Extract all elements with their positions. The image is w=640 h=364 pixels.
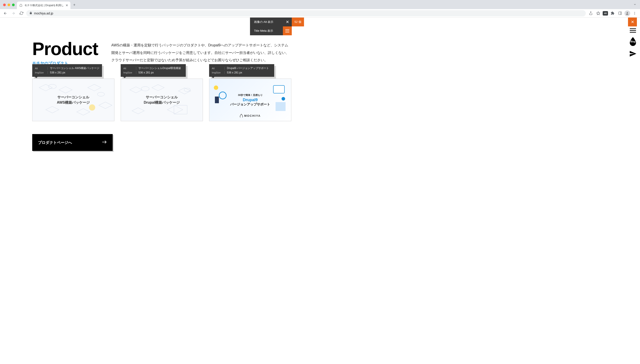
forward-button[interactable] [10, 10, 17, 16]
product-card[interactable]: Altサーバーコンシェル AWS構築パッケージ ImgSize536 x 281… [32, 64, 114, 121]
bookmark-icon[interactable] [595, 10, 601, 16]
alt-info-tooltip: AltサーバーコンシェルDrupal環境構築 ImgSize536 x 281 … [121, 64, 186, 77]
ext-count-badge: 52 個 [292, 18, 304, 26]
contact-button[interactable] [629, 50, 637, 58]
ext-panel-close-button[interactable]: ✕ [628, 18, 637, 26]
toolbar-actions: Alt [587, 10, 638, 16]
tab-favicon-icon [19, 4, 23, 7]
page-title: Product [32, 40, 98, 58]
window-maximize-button[interactable] [12, 4, 15, 6]
alt-extension-panel: 画像の Alt 表示 ✕ 52 個 Title Meta 表示 [250, 18, 304, 35]
product-card[interactable]: AltサーバーコンシェルDrupal環境構築 ImgSize536 x 281 … [121, 64, 203, 121]
ext-title-meta-label: Title Meta 表示 [250, 26, 283, 35]
svg-point-16 [219, 92, 226, 99]
alt-info-tooltip: AltDrupal9 バージョンアップサポート ImgSize536 x 281… [209, 64, 274, 77]
hero-section: Product モチヤのプロダクト AWSの構築・運用を定額で行うパッケージのプ… [32, 40, 291, 66]
menu-icon[interactable] [631, 10, 638, 16]
svg-rect-6 [285, 29, 289, 30]
svg-point-15 [214, 86, 218, 90]
extensions-icon[interactable] [609, 10, 615, 16]
profile-avatar[interactable] [624, 10, 630, 16]
svg-point-14 [184, 88, 190, 92]
svg-point-11 [89, 104, 95, 110]
svg-point-19 [282, 97, 285, 100]
svg-rect-17 [215, 96, 219, 103]
hero-description: AWSの構築・運用を定額で行うパッケージのプロダクトや、Drupal9へのアップ… [111, 42, 291, 64]
site-menu-button[interactable] [630, 28, 636, 33]
url-text: mochiya.ad.jp [34, 12, 53, 15]
card-img-line1: サーバーコンシェル [144, 94, 180, 100]
svg-point-13 [141, 86, 149, 91]
ext-alt-display-label: 画像の Alt 表示 [250, 18, 283, 26]
window-minimize-button[interactable] [8, 4, 10, 6]
window-close-button[interactable] [3, 4, 6, 6]
svg-rect-0 [619, 12, 621, 15]
card-badge: 30秒で簡単！見積もり [230, 94, 270, 97]
tabs-dropdown-icon[interactable] [630, 3, 640, 9]
product-image: サーバーコンシェル Drupal構築パッケージ [121, 78, 203, 121]
svg-rect-18 [273, 86, 284, 93]
browser-tab[interactable]: モチヤ株式会社 | Drupalを利用し ✕ [17, 2, 70, 9]
reload-button[interactable] [18, 10, 25, 16]
svg-point-10 [97, 92, 104, 96]
product-image: 30秒で簡単！見積もり Drupal9 バージョンアップサポート MOCHIYA [209, 78, 291, 121]
lock-icon [29, 12, 32, 15]
window-controls [2, 4, 17, 9]
browser-tab-strip: モチヤ株式会社 | Drupalを利用し ✕ + [0, 0, 640, 9]
blog-button[interactable]: Blog [629, 36, 637, 46]
svg-point-9 [49, 84, 57, 89]
tab-title: モチヤ株式会社 | Drupalを利用し [25, 4, 64, 7]
svg-point-5 [634, 14, 635, 15]
card-img-line2: AWS構築パッケージ [57, 100, 90, 105]
svg-rect-7 [285, 31, 289, 31]
browser-toolbar: mochiya.ad.jp Alt [0, 9, 640, 18]
product-image: サーバーコンシェル AWS構築パッケージ [32, 78, 114, 121]
svg-point-4 [634, 13, 635, 14]
card-title-1: Drupal9 [230, 98, 270, 102]
card-img-line2: Drupal構築パッケージ [144, 100, 180, 105]
svg-point-3 [634, 12, 635, 13]
product-card[interactable]: AltDrupal9 バージョンアップサポート ImgSize536 x 281… [209, 64, 291, 121]
brand-logo: MOCHIYA [240, 114, 261, 118]
share-icon[interactable] [587, 10, 594, 16]
blog-label: Blog [630, 40, 635, 43]
alt-info-tooltip: Altサーバーコンシェル AWS構築パッケージ ImgSize536 x 281… [32, 64, 102, 77]
alt-extension-icon[interactable]: Alt [603, 11, 608, 16]
ext-alt-close-button[interactable]: ✕ [283, 18, 292, 26]
product-page-link[interactable]: プロダクトページへ [32, 134, 113, 151]
cta-label: プロダクトページへ [38, 140, 72, 145]
tab-close-icon[interactable]: ✕ [66, 4, 68, 7]
svg-point-2 [627, 12, 628, 13]
back-button[interactable] [2, 10, 9, 16]
svg-rect-12 [174, 105, 187, 114]
card-title-2: バージョンアップサポート [230, 102, 270, 106]
product-cards: Altサーバーコンシェル AWS構築パッケージ ImgSize536 x 281… [32, 64, 291, 121]
page-content: Product モチヤのプロダクト AWSの構築・運用を定額で行うパッケージのプ… [0, 18, 324, 164]
ext-title-meta-button[interactable] [283, 26, 292, 35]
new-tab-button[interactable]: + [70, 3, 78, 9]
address-bar[interactable]: mochiya.ad.jp [26, 10, 586, 16]
svg-rect-8 [285, 32, 289, 32]
sidepanel-icon[interactable] [617, 10, 623, 16]
svg-rect-20 [276, 102, 286, 111]
arrow-right-icon [102, 140, 107, 145]
card-img-line1: サーバーコンシェル [57, 94, 90, 100]
